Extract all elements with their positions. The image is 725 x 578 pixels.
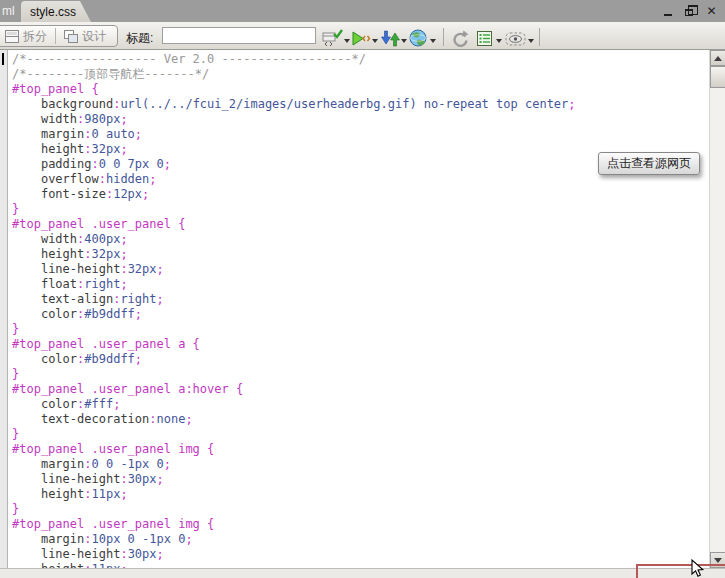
split-view-icon [5, 30, 19, 43]
code-line: margin:10px 0 -1px 0; [12, 532, 709, 547]
minimize-icon [664, 14, 672, 16]
dropdown-arrow-icon [496, 39, 502, 43]
code-line: width:980px; [12, 112, 709, 127]
code-line: height:32px; [12, 247, 709, 262]
visual-aids-button[interactable] [505, 27, 534, 47]
document-tab-bar: ml style.css ✕ [0, 0, 725, 22]
dropdown-arrow-icon [401, 39, 407, 43]
view-source-tooltip[interactable]: 点击查看源网页 [598, 152, 700, 175]
file-management-button[interactable] [322, 27, 350, 47]
view-options-icon [476, 30, 495, 47]
code-line: line-height:32px; [12, 262, 709, 277]
split-view-button[interactable]: 拆分 [0, 26, 55, 46]
code-line: } [12, 427, 709, 442]
arrow-up-icon [714, 56, 722, 61]
refresh-icon [451, 30, 469, 47]
tab-label: style.css [30, 5, 76, 19]
dropdown-arrow-icon [344, 39, 350, 43]
dropdown-arrow-icon [528, 39, 534, 43]
code-line: line-height:30px; [12, 547, 709, 562]
code-line: color:#b9ddff; [12, 307, 709, 322]
scroll-down-button[interactable] [710, 552, 725, 568]
code-line: #top_panel .user_panel img { [12, 517, 709, 532]
tab-partial-html[interactable]: ml [2, 4, 15, 18]
document-toolbar: 拆分 设计 标题: [0, 22, 725, 50]
live-view-icon [351, 30, 371, 47]
restore-icon [685, 9, 693, 16]
code-view[interactable]: /*------------------ Ver 2.0 -----------… [9, 50, 709, 568]
code-line: color:#fff; [12, 397, 709, 412]
code-line: } [12, 367, 709, 382]
design-view-label: 设计 [82, 28, 106, 45]
code-line: float:right; [12, 277, 709, 292]
code-line: } [12, 502, 709, 517]
get-put-files-button[interactable] [381, 27, 407, 47]
dropdown-arrow-icon [372, 39, 378, 43]
toolbar-divider [539, 28, 540, 46]
design-view-icon [64, 30, 78, 43]
code-line: width:400px; [12, 232, 709, 247]
minimize-button[interactable] [660, 3, 675, 18]
split-view-label: 拆分 [23, 28, 47, 45]
restore-button[interactable] [682, 3, 697, 18]
tab-style-css[interactable]: style.css [21, 1, 91, 22]
code-line: /*--------顶部导航栏-------*/ [12, 67, 709, 82]
code-line: text-align:right; [12, 292, 709, 307]
code-line: } [12, 202, 709, 217]
refresh-button[interactable] [451, 27, 469, 47]
arrow-down-icon [714, 558, 722, 563]
code-line: height:11px; [12, 487, 709, 502]
code-line: } [12, 322, 709, 337]
vertical-scrollbar[interactable] [709, 50, 725, 568]
view-options-button[interactable] [476, 27, 502, 47]
code-line: #top_panel .user_panel a { [12, 337, 709, 352]
scroll-up-button[interactable] [710, 50, 725, 66]
code-line: #top_panel .user_panel { [12, 217, 709, 232]
code-editor: /*------------------ Ver 2.0 -----------… [0, 50, 725, 568]
code-line: background:url(../../fcui_2/images/userh… [12, 97, 709, 112]
code-line: line-height:30px; [12, 472, 709, 487]
title-input[interactable] [162, 27, 316, 44]
dropdown-arrow-icon [430, 39, 436, 43]
code-line: margin:0 0 -1px 0; [12, 457, 709, 472]
design-view-button[interactable]: 设计 [56, 26, 114, 46]
view-mode-button-group: 拆分 设计 [0, 25, 118, 47]
application-window: ml style.css ✕ 拆分 设计 [0, 0, 725, 578]
status-bar [0, 568, 725, 578]
eye-icon [505, 30, 527, 47]
editor-gutter [0, 50, 8, 568]
live-view-button[interactable] [351, 27, 378, 47]
preview-in-browser-button[interactable] [409, 27, 436, 47]
code-line: margin:0 auto; [12, 127, 709, 142]
code-line: text-decoration:none; [12, 412, 709, 427]
code-line: color:#b9ddff; [12, 352, 709, 367]
file-management-icon [322, 29, 343, 47]
code-line: #top_panel .user_panel a:hover { [12, 382, 709, 397]
code-line: #top_panel { [12, 82, 709, 97]
text-caret [2, 53, 4, 65]
get-put-files-icon [381, 30, 400, 47]
code-line: /*------------------ Ver 2.0 -----------… [12, 52, 709, 67]
code-line: font-size:12px; [12, 187, 709, 202]
toolbar-divider [443, 28, 444, 46]
close-icon: ✕ [706, 5, 716, 17]
title-label: 标题: [126, 30, 153, 47]
window-controls: ✕ [660, 3, 719, 18]
code-line: #top_panel .user_panel img { [12, 442, 709, 457]
scrollbar-thumb[interactable] [710, 66, 725, 88]
globe-icon [409, 29, 429, 47]
close-button[interactable]: ✕ [704, 3, 719, 18]
